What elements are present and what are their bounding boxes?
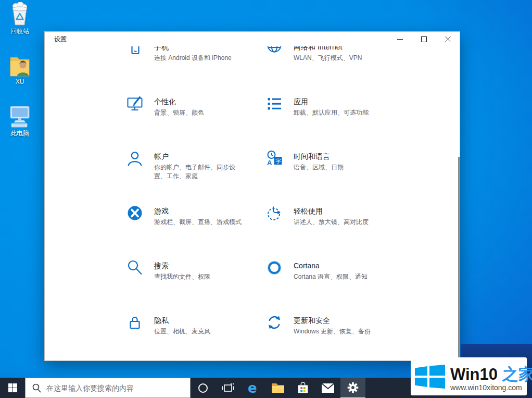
cortana-taskbar-button[interactable] (191, 378, 216, 398)
watermark-url: www.win10xitong.com (450, 383, 522, 392)
store-icon (296, 381, 310, 395)
settings-category-accounts[interactable]: 帐户 你的帐户、电子邮件、同步设置、工作、家庭 (127, 151, 246, 181)
taskbar-search-icon (32, 383, 41, 393)
watermark-title-blue: 之家 (502, 365, 532, 383)
category-title: 游戏 (154, 206, 246, 216)
watermark-title: Win10 之家 (450, 364, 532, 385)
time-language-icon: A字 (267, 151, 282, 166)
settings-category-ease-of-access[interactable]: 轻松使用 讲述人、放大镜、高对比度 (267, 205, 392, 227)
settings-window: 设置 手机 连接 Android 设备和 iPhone (44, 31, 460, 361)
start-icon (8, 383, 17, 392)
category-subtitle: 你的帐户、电子邮件、同步设置、工作、家庭 (154, 163, 246, 181)
personalization-icon (127, 96, 143, 111)
category-subtitle: 卸载、默认应用、可选功能 (294, 108, 392, 117)
category-title: 搜索 (154, 260, 246, 271)
start-button[interactable] (0, 378, 25, 398)
desktop-icon-label: 此电脑 (0, 129, 40, 138)
settings-gear-icon (347, 382, 359, 393)
mail-button[interactable] (315, 378, 340, 398)
cortana-icon (267, 260, 282, 276)
user-folder-icon (0, 53, 40, 77)
scrollbar-thumb[interactable] (458, 157, 460, 360)
settings-category-apps[interactable]: 应用 卸载、默认应用、可选功能 (267, 96, 392, 117)
category-subtitle: Cortana 语言、权限、通知 (294, 272, 392, 281)
settings-category-search[interactable]: 搜索 查找我的文件、权限 (127, 260, 246, 281)
category-title: Cortana (294, 260, 392, 271)
category-subtitle: 位置、相机、麦克风 (154, 327, 246, 336)
taskbar-search-input[interactable] (45, 383, 178, 393)
category-subtitle: 查找我的文件、权限 (154, 272, 246, 281)
category-subtitle: 语音、区域、日期 (294, 163, 392, 172)
settings-category-gaming[interactable]: 游戏 游戏栏、截屏、直播、游戏模式 (127, 205, 246, 227)
settings-category-update-security[interactable]: 更新和安全 Windows 更新、恢复、备份 (267, 315, 392, 336)
file-explorer-button[interactable] (265, 378, 290, 398)
mail-icon (321, 383, 335, 393)
category-title: 更新和安全 (294, 315, 392, 326)
network-globe-icon (267, 46, 282, 57)
svg-text:e: e (248, 381, 257, 395)
category-subtitle: Windows 更新、恢复、备份 (294, 327, 392, 336)
minimize-button[interactable] (388, 32, 412, 46)
category-title: 网络和 Internet (294, 46, 392, 52)
settings-taskbar-button[interactable] (340, 378, 365, 398)
privacy-lock-icon (127, 315, 143, 330)
recycle-bin-icon (0, 2, 40, 26)
gaming-icon (127, 205, 143, 221)
file-explorer-icon (271, 382, 285, 394)
svg-text:A: A (267, 159, 272, 166)
settings-category-grid: 手机 连接 Android 设备和 iPhone 网络和 Internet WL… (45, 46, 460, 360)
settings-category-phone[interactable]: 手机 连接 Android 设备和 iPhone (127, 46, 246, 63)
edge-icon: e (246, 381, 260, 395)
desktop-icon-label: XU (0, 78, 40, 85)
settings-category-privacy[interactable]: 隐私 位置、相机、麦克风 (127, 315, 246, 336)
store-button[interactable] (290, 378, 315, 398)
this-pc-icon (0, 104, 40, 128)
desktop-icon-recycle-bin[interactable]: 回收站 (0, 2, 40, 36)
watermark-title-black: Win10 (450, 365, 498, 383)
apps-icon (267, 96, 282, 111)
ease-of-access-icon (267, 205, 282, 221)
category-subtitle: 连接 Android 设备和 iPhone (154, 54, 246, 63)
category-title: 个性化 (154, 96, 246, 107)
category-subtitle: WLAN、飞行模式、VPN (294, 54, 392, 63)
accounts-icon (127, 151, 143, 166)
category-title: 应用 (294, 96, 392, 107)
maximize-button[interactable] (412, 32, 436, 46)
svg-text:字: 字 (275, 158, 281, 165)
category-title: 轻松使用 (294, 206, 392, 216)
settings-category-network[interactable]: 网络和 Internet WLAN、飞行模式、VPN (267, 46, 392, 63)
update-security-icon (267, 315, 282, 330)
desktop-icon-this-pc[interactable]: 此电脑 (0, 104, 40, 138)
edge-button[interactable]: e (240, 378, 265, 398)
window-titlebar[interactable]: 设置 (45, 32, 460, 46)
settings-category-cortana[interactable]: Cortana Cortana 语言、权限、通知 (267, 260, 392, 281)
settings-category-time-language[interactable]: A字 时间和语言 语音、区域、日期 (267, 151, 392, 172)
category-title: 隐私 (154, 315, 246, 326)
category-title: 时间和语言 (294, 151, 392, 161)
desktop: 回收站 XU (0, 0, 532, 398)
watermark-logo: Win10 之家 www.win10xitong.com (411, 357, 527, 395)
settings-category-personalization[interactable]: 个性化 背景、锁屏、颜色 (127, 96, 246, 117)
window-controls (388, 32, 460, 46)
category-subtitle: 背景、锁屏、颜色 (154, 108, 246, 117)
search-icon (127, 260, 143, 276)
minimize-icon (397, 39, 403, 40)
close-button[interactable] (436, 32, 460, 46)
task-view-button[interactable] (216, 378, 240, 398)
cortana-taskbar-icon (198, 383, 208, 393)
window-title: 设置 (54, 35, 67, 44)
close-icon (445, 36, 451, 42)
phone-icon (127, 46, 143, 57)
maximize-icon (421, 36, 427, 42)
desktop-icon-user-folder[interactable]: XU (0, 53, 40, 85)
windows-flag-icon (415, 365, 445, 389)
desktop-icon-label: 回收站 (0, 27, 40, 36)
category-title: 帐户 (154, 151, 246, 161)
category-subtitle: 游戏栏、截屏、直播、游戏模式 (154, 218, 246, 227)
category-subtitle: 讲述人、放大镜、高对比度 (294, 218, 392, 227)
taskbar-search-box[interactable] (25, 378, 191, 398)
category-title: 手机 (154, 46, 246, 52)
task-view-icon (222, 383, 234, 393)
